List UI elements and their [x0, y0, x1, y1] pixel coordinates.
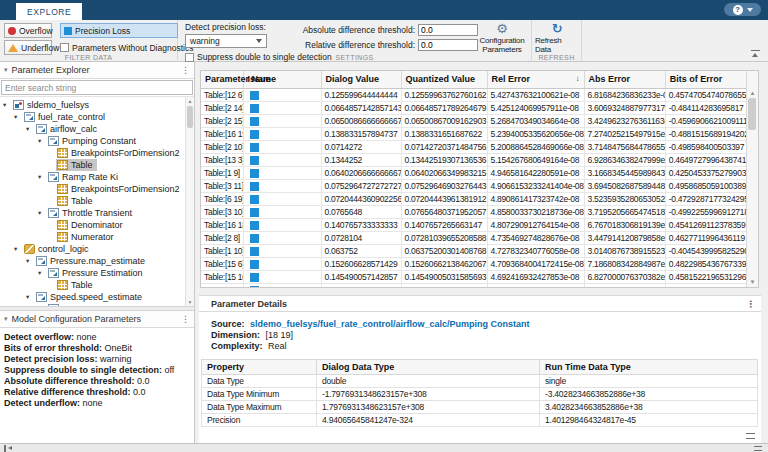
tree-item[interactable]: ▾ control_logic — [0, 243, 194, 255]
column-header[interactable]: Quantized Value — [401, 71, 487, 88]
parameter-explorer-header[interactable]: ▾ Parameter Explorer ⋮ — [0, 62, 194, 79]
cell-quantized-value: 0.12559963762760162 — [401, 88, 487, 101]
table-row[interactable]: Table:[16 19] 0.138833157894737 0.138833… — [201, 127, 747, 140]
help-button[interactable]: ? — [724, 3, 761, 16]
collapse-details-icon[interactable] — [746, 433, 755, 439]
tree-item[interactable]: Numerator — [0, 231, 194, 243]
tree-item[interactable]: ▾ Pressure.map_estimate — [0, 255, 194, 267]
column-header[interactable]: ↓ Rel Error — [487, 71, 584, 88]
cell-quantized-value: 0.06648571789264679 — [401, 101, 487, 114]
tree-expand-arrow[interactable]: ▾ — [38, 137, 47, 145]
details-meta-line: Complexity: Real — [211, 341, 761, 352]
column-header[interactable]: Abs Error — [584, 71, 665, 88]
search-input[interactable] — [1, 80, 193, 95]
column-header[interactable]: Parameter Name — [201, 71, 243, 88]
tree-expand-arrow[interactable]: ▾ — [14, 245, 23, 253]
table-row[interactable]: Table:[15 6] 0.152606628571429 0.1526066… — [201, 257, 747, 270]
refresh-data-button[interactable]: ↻ Refresh Data — [535, 22, 579, 54]
tree-item[interactable]: ▾ Pumping Constant — [0, 135, 194, 147]
tree-item[interactable]: Table — [0, 159, 194, 171]
column-header[interactable]: Dialog Value — [321, 71, 401, 88]
overflow-toggle-button[interactable]: Overflow — [4, 23, 52, 38]
underflow-toggle-button[interactable]: Underflow — [4, 40, 52, 55]
model-config-header[interactable]: ▾ Model Configuration Parameters ⋮ — [0, 311, 194, 328]
tree-expand-arrow[interactable]: ▾ — [38, 173, 47, 181]
tree-expand-arrow[interactable]: ▾ — [38, 305, 47, 306]
tree-scrollbar[interactable]: ▲ ▼ — [185, 97, 194, 306]
tree-item[interactable]: BreakpointsForDimension2 — [0, 147, 194, 159]
parameter-details-header[interactable]: Parameter Details ⋮ — [199, 295, 761, 312]
detect-precision-loss-dropdown[interactable]: warning — [185, 34, 267, 48]
tree-expand-arrow[interactable]: ▾ — [38, 269, 47, 277]
dock-left-icon[interactable] — [4, 445, 12, 452]
tree-item[interactable]: Denominator — [0, 219, 194, 231]
details-column-dialog-type[interactable]: Dialog Data Type — [317, 360, 540, 375]
search-row — [0, 79, 194, 97]
scroll-down-icon[interactable]: ▼ — [186, 299, 194, 305]
tree-node-icon — [24, 244, 35, 254]
tree-node-label: Pressure.map_estimate — [50, 256, 145, 266]
tree-expand-arrow[interactable]: ▾ — [14, 113, 23, 121]
details-meta-value[interactable]: [18 19] — [266, 330, 294, 340]
tree-item[interactable]: ▾ Ramp Rate Ki — [0, 171, 194, 183]
precision-loss-toggle-button[interactable]: Precision Loss — [60, 23, 178, 38]
kebab-menu-icon[interactable]: ⋮ — [181, 314, 190, 324]
details-column-property[interactable]: Property — [202, 360, 317, 375]
kebab-menu-icon[interactable]: ⋮ — [746, 299, 755, 309]
relative-threshold-input[interactable] — [418, 39, 478, 51]
tree-item[interactable]: Table — [0, 279, 194, 291]
tree-item[interactable]: ▾ fuel_rate_control — [0, 111, 194, 123]
table-row[interactable]: Table:[15 10] 0.145490057142857 0.145490… — [201, 270, 747, 283]
table-row[interactable]: Table:[3 11] 0.0752964727272727 0.075296… — [201, 179, 747, 192]
table-row[interactable]: Table:[1 9] 0.0640206666666667 0.0640206… — [201, 166, 747, 179]
scrollbar-thumb[interactable] — [187, 106, 193, 128]
config-entry-label: Detect overflow: — [4, 332, 74, 342]
tree-item[interactable]: Table — [0, 195, 194, 207]
table-row[interactable]: Table:[12 6] 0.125599644444444 0.1255996… — [201, 88, 747, 101]
tab-explore[interactable]: EXPLORE — [16, 3, 82, 20]
tree-item[interactable]: ▾ Pressure Estimation — [0, 267, 194, 279]
column-header[interactable]: Issue — [243, 71, 321, 88]
scroll-up-icon[interactable]: ▲ — [186, 98, 194, 104]
table-row[interactable]: Table:[6 19] 0.0720444360902256 0.072044… — [201, 192, 747, 205]
scroll-down-icon[interactable]: ▼ — [747, 279, 758, 285]
tree-item[interactable]: ▾ Speed.speed_estimate — [0, 291, 194, 303]
details-meta-value[interactable]: sldemo_fuelsys/fuel_rate_control/airflow… — [250, 319, 530, 329]
tree-item-selection: airflow_calc — [35, 123, 101, 135]
table-row[interactable]: Table:[2 15] 0.0650086666666667 0.065008… — [201, 114, 747, 127]
table-scrollbar[interactable]: ▲ ▼ — [746, 71, 758, 287]
tree-expand-arrow[interactable]: ▾ — [26, 257, 35, 265]
table-row[interactable]: Table:[1 10] 0.063752 0.0637520030140876… — [201, 244, 747, 257]
tree-item[interactable]: ▾ Throttle Transient — [0, 207, 194, 219]
column-header[interactable]: Bits of Error — [665, 71, 746, 88]
absolute-threshold-input[interactable] — [418, 24, 478, 36]
tree-item[interactable]: ▾ airflow_calc — [0, 123, 194, 135]
tree-item[interactable]: ▾ — [0, 303, 194, 306]
tree-expand-arrow[interactable]: ▾ — [3, 101, 12, 109]
parameters-without-diagnostics-checkbox[interactable]: Parameters Without Diagnostics — [60, 40, 178, 55]
configuration-parameters-button[interactable]: ⚙ Configuration Parameters — [476, 22, 528, 54]
scrollbar-thumb[interactable] — [748, 98, 756, 130]
kebab-menu-icon[interactable]: ⋮ — [181, 65, 190, 75]
collapse-icon[interactable]: ▾ — [4, 315, 8, 323]
scroll-up-icon[interactable]: ▲ — [747, 90, 758, 96]
table-row[interactable]: Table:[13 3] 0.1344252 0.134425193071365… — [201, 153, 747, 166]
table-row[interactable]: Table:[3 10] 0.0765648 0.076564803719520… — [201, 205, 747, 218]
tree-item-selection: Table — [56, 159, 97, 171]
tree-item[interactable]: ▾ sldemo_fuelsys — [0, 99, 194, 111]
tree-expand-arrow[interactable]: ▾ — [26, 125, 35, 133]
parameter-details-title: Parameter Details — [211, 299, 287, 309]
tree-expand-arrow[interactable]: ▾ — [26, 293, 35, 301]
table-row[interactable]: Table:[16 18] 0.140765733333333 0.140765… — [201, 218, 747, 231]
table-row[interactable]: Table:[2 14] 0.0664857142857143 0.066485… — [201, 101, 747, 114]
collapse-ribbon-icon[interactable] — [751, 50, 760, 57]
details-column-runtime-type[interactable]: Run Time Data Type — [540, 360, 758, 375]
relative-threshold-label: Relative difference threshold: — [305, 40, 415, 50]
collapse-icon[interactable]: ▾ — [4, 66, 8, 74]
details-meta-value[interactable]: Real — [268, 341, 287, 351]
tree-item[interactable]: BreakpointsForDimension2 — [0, 183, 194, 195]
collapse-panel-icon[interactable] — [754, 446, 762, 451]
table-row[interactable]: Table:[2 8] 0.0728104 0.0728103965520858… — [201, 231, 747, 244]
tree-expand-arrow[interactable]: ▾ — [38, 209, 47, 217]
table-row[interactable]: Table:[2 10] 0.0714272 0.071427203714847… — [201, 140, 747, 153]
